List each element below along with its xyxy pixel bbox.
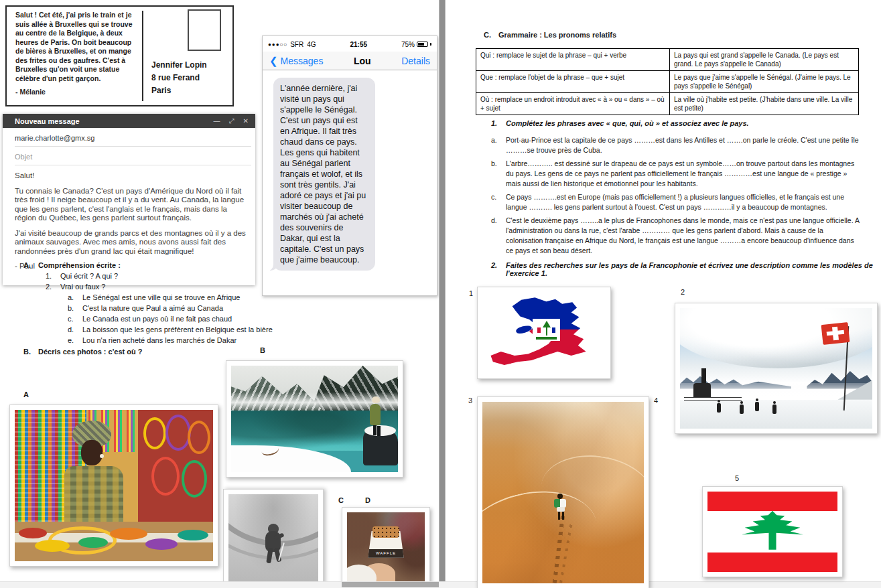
question-num: 1. xyxy=(46,271,60,281)
tf-item: b. C'est la nature que Paul a aimé au Ca… xyxy=(68,303,291,313)
swiss-flag xyxy=(821,322,850,345)
bead-pile xyxy=(178,530,208,540)
emblem-red-flag xyxy=(537,327,541,333)
email-titlebar: Nouveau message — ⤢ ✕ xyxy=(3,114,255,128)
back-button[interactable]: ❮ Messages xyxy=(269,55,323,67)
exercise-2-heading: 2. Faites des recherches sur les pays de… xyxy=(491,261,881,277)
question-num: 2. xyxy=(46,281,60,292)
exercise-item: d. C'est le deuxième pays ……..a le plus … xyxy=(491,216,861,256)
person-silhouette xyxy=(772,405,776,414)
emblem-grass-base xyxy=(536,337,557,339)
walker-legs xyxy=(558,512,560,520)
photo-lake-canada xyxy=(226,360,403,477)
item-letter: b. xyxy=(491,159,506,189)
waffle-box-label: WAFFLE xyxy=(368,549,403,558)
question-2: 2. Vrai ou faux ? xyxy=(46,281,291,292)
tf-text: C'est la nature que Paul a aimé au Canad… xyxy=(82,303,223,313)
table-row: Que : remplace l'objet de la phrase – qu… xyxy=(476,71,859,93)
tf-letter: d. xyxy=(68,324,82,335)
horizontal-scrollbar-thumb[interactable] xyxy=(342,582,439,587)
section-photos-heading: B. Décris ces photos : c'est où ? xyxy=(23,346,265,357)
tf-text: Le Sénégal est une ville qui se trouve e… xyxy=(82,292,240,303)
swiss-railing xyxy=(684,397,742,398)
vendor-dress xyxy=(64,466,123,522)
section-a-heading: A. Compréhension écrite : xyxy=(23,260,291,271)
section-b-title: Décris ces photos : c'est où ? xyxy=(38,346,142,357)
postcard-message: Salut ! Cet été, j'ai pris le train et j… xyxy=(15,11,140,83)
image-label-2: 2 xyxy=(681,288,685,296)
example-cell: La ville où j'habite est petite. (J'habi… xyxy=(670,93,859,115)
question-text: Qui écrit ? A qui ? xyxy=(60,271,118,281)
address-line: Jennifer Lopin xyxy=(151,59,207,72)
battery-tip xyxy=(430,43,431,46)
exercise-1-num: 1. xyxy=(491,119,506,127)
email-recipient-field[interactable]: marie.charlotte@gmx.sg xyxy=(15,128,251,147)
exercise-1-instruction: Complétez les phrases avec « que, qui, o… xyxy=(506,119,749,127)
question-text: Vrai ou faux ? xyxy=(60,281,105,292)
signal-dots-icon: ●●●○○ xyxy=(268,42,287,48)
carrier-label: SFR xyxy=(290,41,303,48)
person-silhouette xyxy=(740,405,744,414)
photo-label-d: D xyxy=(365,496,370,504)
item-text: Port-au-Prince est la capitale de ce pay… xyxy=(506,135,861,155)
swiss-boiler xyxy=(693,383,711,398)
gonave-island xyxy=(515,324,533,335)
battery-indicator: 75% xyxy=(401,41,431,48)
emblem-palm-top xyxy=(543,321,551,327)
vendor-face xyxy=(81,440,103,465)
section-a-label: A. xyxy=(23,260,38,271)
contact-name: Lou xyxy=(323,56,401,66)
email-subject-field[interactable]: Objet xyxy=(15,147,251,165)
tf-item: c. Le Canada est un pays où il ne fait p… xyxy=(68,313,291,324)
question-1: 1. Qui écrit ? A qui ? xyxy=(46,271,291,281)
photo-label-a: A xyxy=(23,390,29,398)
tf-item: e. Lou n'a rien acheté dans les marchés … xyxy=(68,335,291,346)
item-letter: c. xyxy=(491,192,506,212)
tf-text: La boisson que les gens préfèrent en Bel… xyxy=(82,324,273,335)
table-row: Qui : remplace le sujet de la phrase – q… xyxy=(476,49,859,71)
person-silhouette xyxy=(755,402,759,411)
email-window-title: Nouveau message xyxy=(15,117,205,125)
details-button[interactable]: Details xyxy=(401,56,430,66)
sms-bubble: L'année dernière, j'ai visité un pays qu… xyxy=(273,78,375,271)
table-row: Où : remplace un endroit introduit avec … xyxy=(476,93,859,115)
grammar-table: Qui : remplace le sujet de la phrase – q… xyxy=(476,48,859,115)
image-label-1: 1 xyxy=(469,289,473,297)
emblem-blue-flag xyxy=(552,327,555,333)
email-paragraph: J'ai visité beaucoup de grands parcs et … xyxy=(15,229,250,256)
necklace-loop xyxy=(188,421,210,454)
phone-screenshot: ●●●○○ SFR 4G 21:55 75% ❮ Messages Lou De… xyxy=(262,35,437,296)
battery-icon xyxy=(417,42,428,47)
tf-text: Le Canada est un pays où il ne fait pas … xyxy=(82,313,232,324)
close-icon[interactable]: ✕ xyxy=(243,117,249,125)
status-time: 21:55 xyxy=(316,41,401,48)
necklace-loop xyxy=(151,457,180,496)
page-divider xyxy=(439,0,446,581)
expand-icon[interactable]: ⤢ xyxy=(229,117,234,125)
minimize-icon[interactable]: — xyxy=(214,117,220,125)
tf-item: d. La boisson que les gens préfèrent en … xyxy=(68,324,291,335)
woman-green-coat xyxy=(370,404,381,425)
section-a-title: Compréhension écrite : xyxy=(38,260,121,271)
item-letter: d. xyxy=(491,216,506,256)
photo-label-c: C xyxy=(338,496,344,504)
lake-rock-snow xyxy=(364,425,396,436)
postcard-stamp-box xyxy=(188,9,221,51)
tf-letter: b. xyxy=(68,303,82,313)
item-text: Ce pays ……….est en Europe (mais pas offi… xyxy=(506,192,861,212)
item-text: L'arbre……….. est dessiné sur le drapeau … xyxy=(506,159,861,189)
image-desert-algeria xyxy=(477,396,649,588)
lebanon-red-band-bottom xyxy=(707,553,837,572)
rule-cell: Qui : remplace le sujet de la phrase – q… xyxy=(476,49,670,71)
tf-letter: a. xyxy=(68,292,82,303)
back-chevron-icon: ❮ xyxy=(269,55,278,67)
vendor-earring xyxy=(100,454,104,458)
back-label: Messages xyxy=(281,56,324,66)
image-lebanon-flag xyxy=(702,486,843,577)
lebanon-red-band-top xyxy=(707,492,837,511)
postcard-address: Jennifer Lopin 8 rue Ferand Paris xyxy=(151,59,207,97)
battery-percent: 75% xyxy=(401,41,415,48)
postcard-signature: - Mélanie xyxy=(15,88,140,97)
horizontal-scrollbar-track[interactable] xyxy=(0,581,881,588)
exercise-1-items: a. Port-au-Prince est la capitale de ce … xyxy=(491,135,861,259)
